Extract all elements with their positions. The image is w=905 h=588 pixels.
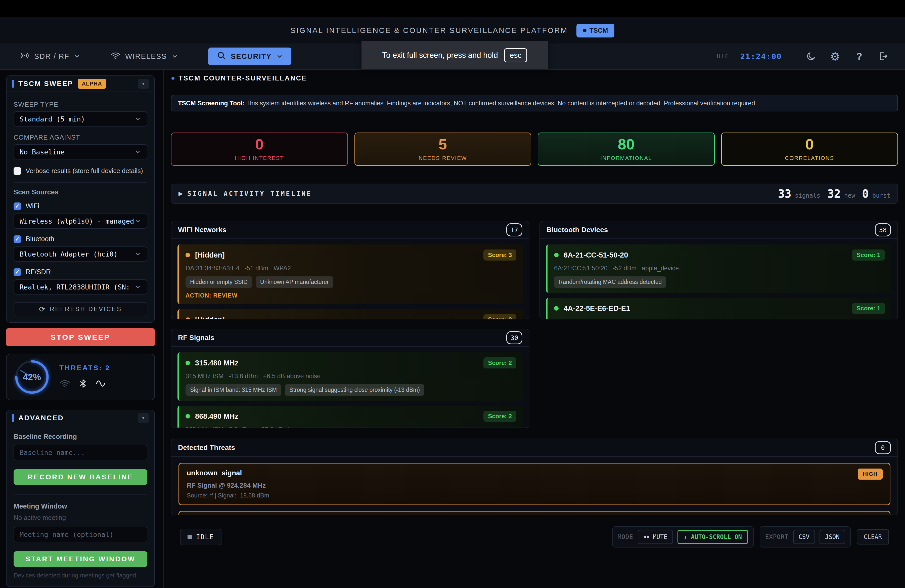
stat-value: 5 [439, 137, 447, 152]
advanced-panel: ADVANCED ▾ Baseline Recording RECORD NEW… [6, 410, 155, 587]
severity-badge: HIGH [858, 469, 883, 480]
bluetooth-checkbox[interactable]: ✓ [14, 235, 21, 243]
sweep-status: THREATS: 2 [59, 364, 110, 390]
device-meta: DA:31:34:83:A3:E4 -51 dBm WPA2 [186, 265, 516, 272]
stat-high-interest: 0 HIGH INTEREST [171, 132, 348, 166]
bluetooth-source-row[interactable]: ✓ Bluetooth [14, 235, 147, 243]
threats-panel-body: unknown_signal HIGH RF Signal @ 924.284 … [171, 457, 897, 515]
refresh-devices-button[interactable]: ⟳ REFRESH DEVICES [14, 302, 147, 316]
collapse-sweep-button[interactable]: ▾ [138, 79, 149, 89]
refresh-devices-label: REFRESH DEVICES [50, 305, 122, 313]
mute-label: MUTE [653, 534, 667, 540]
compare-against-select[interactable]: No Baseline [14, 145, 147, 159]
wifi-device-card[interactable]: [Hidden] Score: 3 DA:31:34:83:A3:E4 -51 … [178, 245, 523, 304]
device-panels-row: WiFi Networks 17 [Hidden] Score: 3 DA:31… [171, 221, 898, 319]
signal-meta: 315 MHz ISM -13.8 dBm +6.5 dB above nois… [186, 372, 516, 380]
mode-label: MODE [618, 534, 633, 540]
rf-source-row[interactable]: ✓ RF/SDR [14, 268, 147, 276]
score-badge: Score: 3 [483, 314, 516, 319]
sidebar: TSCM SWEEP ALPHA ▾ SWEEP TYPE Standard (… [6, 75, 155, 588]
score-badge: Score: 1 [852, 250, 885, 261]
device-meta: 6A:21:CC:51:50:20 -52 dBm apple_device [554, 265, 885, 272]
tscm-sweep-header: TSCM SWEEP ALPHA ▾ [6, 76, 154, 92]
burst-count: 0 [862, 188, 869, 200]
export-json-button[interactable]: JSON [819, 530, 845, 544]
clear-button[interactable]: CLEAR [857, 529, 889, 545]
status-dot-icon [171, 77, 175, 80]
help-icon[interactable]: ? [853, 50, 866, 63]
wifi-icon [111, 51, 121, 62]
stat-label: CORRELATIONS [785, 155, 834, 162]
sine-wave-icon [95, 378, 108, 389]
wifi-count-badge: 17 [506, 223, 522, 237]
verbose-checkbox[interactable] [14, 167, 21, 175]
sweep-progress-ring: 42% [13, 358, 51, 396]
auto-scroll-button[interactable]: ↓ AUTO-SCROLL ON [678, 530, 748, 544]
rf-device-select[interactable]: Realtek, RTL2838UHIDIR (SN: 0000 [14, 280, 147, 294]
baseline-name-input[interactable] [14, 445, 147, 460]
settings-gear-icon[interactable]: ⚙ [829, 50, 841, 63]
export-csv-button[interactable]: CSV [793, 530, 815, 544]
bluetooth-device-card[interactable]: 6A-21-CC-51-50-20 Score: 1 6A:21:CC:51:5… [546, 245, 891, 293]
expand-triangle-icon[interactable]: ▶ [178, 191, 183, 197]
engine-state-button[interactable]: IDLE [180, 529, 221, 545]
bluetooth-device-value: Bluetooth Adapter (hci0) [20, 250, 134, 258]
wifi-device-card[interactable]: [Hidden] Score: 3 CA:1B:F4:8C:4E:76 -79 … [178, 309, 523, 319]
device-name: 4A-22-5E-E6-ED-E1 [564, 304, 630, 313]
bluetooth-panel-body: 6A-21-CC-51-50-20 Score: 1 6A:21:CC:51:5… [540, 239, 897, 319]
broadcast-icon [20, 51, 30, 62]
wifi-checkbox[interactable]: ✓ [14, 202, 21, 210]
nav-divider [793, 50, 793, 63]
logout-icon[interactable] [877, 50, 890, 63]
stat-needs-review: 5 NEEDS REVIEW [354, 132, 532, 166]
stop-sweep-button[interactable]: STOP SWEEP [6, 328, 155, 346]
advanced-body: Baseline Recording RECORD NEW BASELINE M… [6, 426, 154, 586]
severity-dot-icon [186, 317, 190, 319]
stat-value: 80 [618, 137, 635, 152]
dark-mode-moon-icon[interactable] [805, 50, 818, 63]
threat-card[interactable]: unknown_signal HIGH RF Signal @ 924.284 … [178, 463, 891, 505]
nav-sdr-rf-label: SDR / RF [34, 52, 69, 60]
rf-count-badge: 30 [506, 331, 522, 344]
device-name: 6A-21-CC-51-50-20 [564, 251, 628, 259]
record-baseline-button[interactable]: RECORD NEW BASELINE [14, 469, 147, 485]
verbose-label: Verbose results (store full device detai… [25, 167, 143, 175]
wifi-dim-icon [59, 378, 70, 390]
rf-source-label: RF/SDR [25, 268, 51, 276]
nav-sdr-rf[interactable]: SDR / RF [20, 51, 81, 62]
score-badge: Score: 2 [483, 411, 516, 422]
rf-signal-card[interactable]: 868.490 MHz Score: 2 868 MHz ISM 2.9 dBm… [178, 406, 523, 428]
bluetooth-panel-header: Bluetooth Devices 38 [540, 221, 897, 239]
rf-checkbox[interactable]: ✓ [14, 269, 21, 276]
sweep-type-select[interactable]: Standard (5 min) [14, 111, 147, 127]
stats-row: 0 HIGH INTEREST 5 NEEDS REVIEW 80 INFORM… [171, 132, 898, 166]
bluetooth-panel-title: Bluetooth Devices [546, 226, 608, 234]
engine-state-label: IDLE [196, 533, 214, 541]
tscm-sweep-panel: TSCM SWEEP ALPHA ▾ SWEEP TYPE Standard (… [6, 75, 155, 323]
main-header: TSCM COUNTER-SURVEILLANCE [164, 70, 905, 87]
stat-correlations: 0 CORRELATIONS [721, 132, 898, 166]
bluetooth-device-select[interactable]: Bluetooth Adapter (hci0) [14, 246, 147, 262]
nav-wireless[interactable]: WIRELESS [111, 51, 178, 62]
bluetooth-device-card[interactable]: 4A-22-5E-E6-ED-E1 Score: 1 4A:22:5E:E6:E… [546, 298, 891, 319]
signal-activity-timeline[interactable]: ▶ SIGNAL ACTIVITY TIMELINE 33 signals 32… [171, 184, 898, 204]
wifi-source-row[interactable]: ✓ WiFi [14, 202, 147, 210]
verbose-checkbox-row[interactable]: Verbose results (store full device detai… [14, 167, 147, 175]
stat-value: 0 [255, 137, 264, 152]
meeting-note: Devices detected during meetings get fla… [14, 572, 147, 579]
threat-card-partial[interactable] [178, 511, 891, 515]
finding-tags: Signal in ISM band: 315 MHz ISM Strong s… [186, 384, 516, 396]
nav-security[interactable]: SECURITY [208, 48, 291, 65]
fullscreen-toast-text: To exit full screen, press and hold [383, 51, 498, 60]
stat-value: 0 [805, 137, 814, 152]
collapse-advanced-button[interactable]: ▾ [138, 413, 149, 423]
mute-button[interactable]: MUTE [638, 530, 673, 544]
rf-device-value: Realtek, RTL2838UHIDIR (SN: 0000 [20, 283, 134, 291]
meeting-name-input[interactable] [14, 527, 147, 542]
wifi-device-select[interactable]: Wireless (wlp61s0) - managed [14, 213, 147, 229]
start-meeting-button[interactable]: START MEETING WINDOW [14, 551, 147, 567]
rf-signal-card[interactable]: 315.480 MHz Score: 2 315 MHz ISM -13.8 d… [178, 352, 523, 400]
wifi-device-value: Wireless (wlp61s0) - managed [20, 217, 134, 225]
severity-dot-icon [186, 253, 190, 257]
rf-signals-panel: RF Signals 30 315.480 MHz Score: 2 315 M… [171, 329, 529, 428]
